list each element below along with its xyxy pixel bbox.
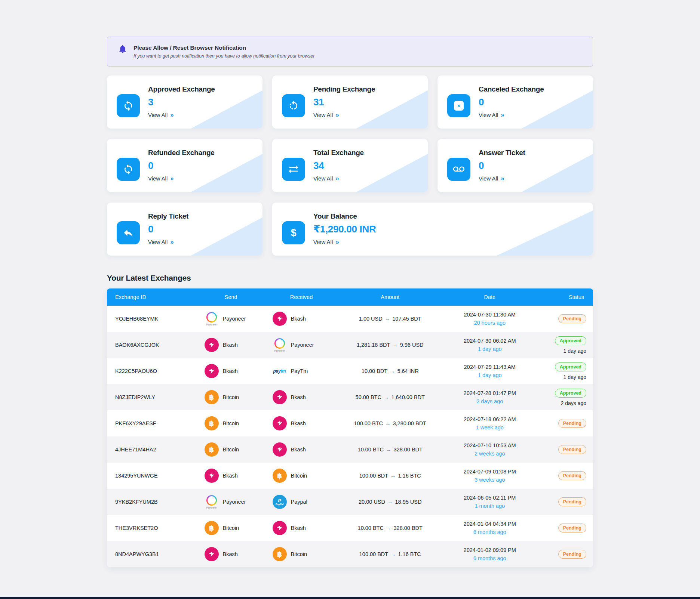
send-method: Bkash xyxy=(205,547,265,561)
bitcoin-icon: ฿ xyxy=(205,521,219,535)
date-cell: 2024-07-29 11:43 AM1 day ago xyxy=(442,358,537,384)
stat-value: 31 xyxy=(313,96,375,108)
received-method: ฿ Bitcoin xyxy=(273,469,338,483)
amount: 1,281.18 BDT → 9.96 USD xyxy=(338,332,443,358)
stat-value: 0 xyxy=(148,223,188,235)
table-row: 134295YUNWGE Bkash ฿ Bitcoin 100.00 BDT … xyxy=(107,463,593,489)
stat-title: Reply Ticket xyxy=(148,212,188,220)
double-chevron-icon: » xyxy=(170,112,174,118)
voicemail-icon xyxy=(447,158,470,181)
arrow-right-icon: → xyxy=(385,447,392,453)
table-row: 4JHEE71M4HA2 ฿ Bitcoin Bkash 10.00 BTC →… xyxy=(107,436,593,463)
payoneer-icon: Payoneer xyxy=(205,495,219,509)
relative-time: 20 hours ago xyxy=(442,320,537,326)
date-cell: 2024-07-18 06:22 AM1 week ago xyxy=(442,410,537,436)
dollar-icon: $ xyxy=(282,221,305,244)
received-method: Bkash xyxy=(273,521,338,535)
table-row: 9YKB2KFYUM2B Payoneer Payoneer PPayPal P… xyxy=(107,489,593,515)
view-all-link[interactable]: View All» xyxy=(479,112,504,118)
column-header-date: Date xyxy=(442,288,537,306)
view-all-link[interactable]: View All» xyxy=(148,175,174,182)
amount: 100.00 BDT → 1.16 BTC xyxy=(338,541,443,567)
exchange-id: 4JHEE71M4HA2 xyxy=(107,436,197,463)
section-heading: Your Latest Exchanges xyxy=(107,274,593,282)
exchange-id: YOJEHB68EYMK xyxy=(107,306,197,332)
view-all-link[interactable]: View All» xyxy=(313,175,339,182)
bkash-icon xyxy=(273,442,287,457)
status-badge: Approved xyxy=(555,336,586,345)
arrow-right-icon: → xyxy=(387,499,394,505)
arrow-right-icon: → xyxy=(392,342,399,348)
exchange-id: BAOK6AXCGJOK xyxy=(107,332,197,358)
stat-card-refunded-exchange: Refunded Exchange 0 View All» xyxy=(107,139,262,192)
stat-value: 34 xyxy=(313,160,364,172)
card-corner-decoration xyxy=(356,154,428,192)
stat-card-canceled-exchange: ✕ Canceled Exchange 0 View All» xyxy=(438,75,593,129)
double-chevron-icon: » xyxy=(170,175,174,182)
column-header-exchange-id: Exchange ID xyxy=(107,288,197,306)
bkash-icon xyxy=(273,312,287,326)
status-cell: Pending xyxy=(537,463,593,489)
banner-subtitle: If you want to get push notification the… xyxy=(133,53,314,59)
send-method: Payoneer Payoneer xyxy=(205,312,265,326)
status-badge: Pending xyxy=(558,445,586,454)
browser-notification-banner: Please Allow / Reset Browser Notificatio… xyxy=(107,37,593,67)
date-cell: 2024-07-28 01:47 PM2 days ago xyxy=(442,384,537,410)
footer-top-bar xyxy=(0,597,700,599)
view-all-label: View All xyxy=(148,112,168,118)
amount: 20.00 USD → 18.95 USD xyxy=(338,489,443,515)
arrow-right-icon: → xyxy=(389,368,396,374)
stat-value: 3 xyxy=(148,96,215,108)
view-all-link[interactable]: View All» xyxy=(479,175,504,182)
bitcoin-icon: ฿ xyxy=(273,469,287,483)
column-header-send: Send xyxy=(197,288,265,306)
view-all-label: View All xyxy=(313,112,333,118)
relative-time: 1 month ago xyxy=(442,503,537,509)
bkash-icon xyxy=(273,521,287,535)
balance-value: ₹1,290.00 INR xyxy=(313,223,376,235)
paytm-icon: paytm xyxy=(273,368,287,374)
arrow-right-icon: → xyxy=(384,316,391,322)
arrow-right-icon: → xyxy=(390,551,397,557)
status-cell: Approved1 day ago xyxy=(537,358,593,384)
date-cell: 2024-07-09 01:08 PM3 weeks ago xyxy=(442,463,537,489)
stat-card-total-exchange: Total Exchange 34 View All» xyxy=(272,139,428,192)
status-relative-time: 1 day ago xyxy=(537,348,587,354)
bitcoin-icon: ฿ xyxy=(205,416,219,430)
exchange-id: 134295YUNWGE xyxy=(107,463,197,489)
exchange-id: K222C5PAOU6O xyxy=(107,358,197,384)
table-row: 8ND4APWYG3B1 Bkash ฿ Bitcoin 100.00 BDT … xyxy=(107,541,593,567)
swap-arrows-icon xyxy=(282,158,305,181)
amount: 10.00 BDT → 5.64 INR xyxy=(338,358,443,384)
status-badge: Pending xyxy=(558,471,586,480)
amount: 1.00 USD → 107.45 BDT xyxy=(338,306,443,332)
x-square-icon: ✕ xyxy=(447,94,470,117)
exchange-id: 8ND4APWYG3B1 xyxy=(107,541,197,567)
relative-time: 1 day ago xyxy=(442,372,537,378)
view-all-link[interactable]: View All» xyxy=(148,112,174,118)
view-all-label: View All xyxy=(313,239,333,245)
card-corner-decoration xyxy=(522,154,593,192)
status-cell: Pending xyxy=(537,436,593,463)
status-badge: Approved xyxy=(555,389,586,398)
relative-time: 6 months ago xyxy=(442,529,537,535)
date-cell: 2024-01-02 09:09 PM6 months ago xyxy=(442,541,537,567)
status-cell: Approved1 day ago xyxy=(537,332,593,358)
view-all-label: View All xyxy=(479,112,498,118)
stat-title: Refunded Exchange xyxy=(148,149,215,157)
view-all-link[interactable]: View All» xyxy=(313,239,339,245)
sync-icon xyxy=(117,158,140,181)
received-method: Bkash xyxy=(273,312,338,326)
banner-title: Please Allow / Reset Browser Notificatio… xyxy=(133,44,314,51)
reply-icon xyxy=(117,221,140,244)
view-all-link[interactable]: View All» xyxy=(313,112,339,118)
column-header-amount: Amount xyxy=(338,288,443,306)
arrow-right-icon: → xyxy=(383,394,390,400)
view-all-label: View All xyxy=(148,175,168,182)
sync-icon xyxy=(117,94,140,117)
view-all-link[interactable]: View All» xyxy=(148,239,174,245)
stat-value: 0 xyxy=(148,160,215,172)
exchange-id: 9YKB2KFYUM2B xyxy=(107,489,197,515)
stat-title: Answer Ticket xyxy=(479,149,525,157)
view-all-label: View All xyxy=(313,175,333,182)
